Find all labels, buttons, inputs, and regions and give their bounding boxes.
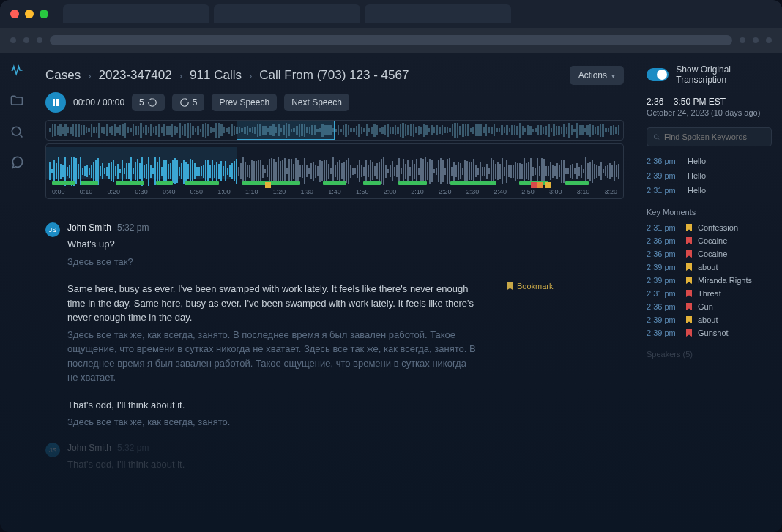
- bookmark-flag-icon[interactable]: [545, 182, 551, 188]
- key-moment[interactable]: 2:36 pmCocaine: [647, 234, 772, 247]
- folder-icon[interactable]: [10, 94, 24, 108]
- prev-speech-button[interactable]: Prev Speech: [212, 94, 277, 111]
- ext-icon[interactable]: [766, 37, 772, 43]
- key-moment[interactable]: 2:36 pmGun: [647, 300, 772, 313]
- time-tick: 3:00: [549, 188, 562, 195]
- kw-text: Hello: [688, 171, 706, 180]
- waveform-detail[interactable]: 0:000:100:200:300:400:501:001:101:201:30…: [45, 143, 624, 199]
- call-time-range: 2:36 – 3:50 PM EST: [647, 97, 772, 107]
- translated-text: What's up?: [67, 237, 133, 252]
- km-time: 2:36 pm: [647, 250, 680, 258]
- kw-text: Hello: [688, 157, 706, 165]
- next-speech-button[interactable]: Next Speech: [284, 94, 349, 111]
- browser-tab[interactable]: [214, 4, 360, 23]
- transcript-message: Same here, busy as ever. I've been swamp…: [45, 282, 624, 388]
- nav-back-icon[interactable]: [10, 37, 16, 43]
- time-tick: 1:20: [273, 188, 286, 195]
- url-bar[interactable]: [50, 35, 732, 45]
- time-tick: 2:50: [521, 188, 535, 195]
- ext-icon[interactable]: [740, 37, 745, 43]
- time-tick: 3:20: [604, 188, 617, 195]
- key-moment[interactable]: 2:31 pmConfession: [647, 221, 772, 234]
- maximize-window-icon[interactable]: [40, 10, 48, 18]
- time-tick: 2:20: [439, 188, 452, 195]
- nav-fwd-icon[interactable]: [23, 37, 29, 43]
- call-date: October 24, 2023 (10 days ago): [647, 108, 772, 117]
- speaker-name: John Smith: [67, 443, 111, 453]
- rewind-5-button[interactable]: 5: [132, 94, 165, 111]
- close-window-icon[interactable]: [10, 10, 19, 18]
- svg-rect-2: [56, 99, 59, 106]
- km-time: 2:36 pm: [647, 236, 680, 245]
- key-moment[interactable]: 2:31 pmThreat: [647, 287, 772, 300]
- transcript-message: That's odd, I'll think about it.Здесь вс…: [45, 398, 624, 432]
- bookmark-flag-icon[interactable]: [265, 182, 271, 188]
- keyword-hit[interactable]: 2:36 pmHello: [647, 154, 772, 168]
- flag-icon: [686, 329, 692, 337]
- km-label: Miranda Rights: [698, 276, 752, 285]
- svg-rect-1: [53, 99, 55, 106]
- show-original-toggle[interactable]: [647, 68, 669, 81]
- forward-5-button[interactable]: 5: [172, 94, 205, 111]
- right-panel: Show Original Transcription 2:36 – 3:50 …: [636, 53, 782, 532]
- waveform-overview[interactable]: [45, 120, 624, 141]
- speaker-name: John Smith: [67, 222, 111, 233]
- crumb-cases[interactable]: Cases: [45, 68, 81, 83]
- translated-text: That's odd, I'll think about it.: [67, 398, 230, 413]
- waveform-icon[interactable]: [10, 63, 24, 78]
- sidebar-nav: [0, 53, 34, 532]
- ext-icon[interactable]: [753, 37, 759, 43]
- browser-tab[interactable]: [365, 4, 511, 23]
- time-ticks: 0:000:100:200:300:400:501:001:101:201:30…: [46, 188, 623, 195]
- message-time: 5:32 pm: [117, 222, 149, 233]
- message-time: 5:32 pm: [117, 443, 149, 453]
- chat-icon[interactable]: [10, 155, 24, 170]
- overview-selection[interactable]: [237, 121, 335, 140]
- km-time: 2:36 pm: [647, 302, 680, 311]
- browser-tab[interactable]: [63, 4, 209, 23]
- key-moment[interactable]: 2:39 pmGunshot: [647, 326, 772, 340]
- window-titlebar: [0, 0, 782, 28]
- bookmark-tag[interactable]: Bookmark: [507, 282, 554, 291]
- time-tick: 0:50: [190, 188, 204, 195]
- time-tick: 2:40: [494, 188, 507, 195]
- bookmark-flag-icon[interactable]: [537, 182, 543, 188]
- time-tick: 1:00: [217, 188, 231, 195]
- search-icon[interactable]: [10, 124, 24, 139]
- kw-time: 2:36 pm: [647, 157, 680, 165]
- time-tick: 2:00: [384, 188, 397, 195]
- crumb-case-id[interactable]: 2023-347402: [99, 68, 172, 83]
- flag-icon: [686, 237, 692, 244]
- nav-reload-icon[interactable]: [37, 37, 42, 43]
- bookmark-flag-icon[interactable]: [531, 182, 537, 188]
- crumb-section[interactable]: 911 Calls: [190, 68, 242, 83]
- browser-toolbar: [0, 28, 782, 53]
- kw-time: 2:39 pm: [647, 171, 680, 180]
- time-tick: 0:30: [135, 188, 148, 195]
- key-moment[interactable]: 2:39 pmMiranda Rights: [647, 274, 772, 287]
- time-tick: 1:40: [328, 188, 341, 195]
- keyword-hit[interactable]: 2:39 pmHello: [647, 168, 772, 183]
- km-time: 2:39 pm: [647, 315, 680, 324]
- pause-button[interactable]: [45, 92, 66, 113]
- keyword-search-input[interactable]: [664, 132, 765, 141]
- chevron-right-icon: ›: [88, 70, 91, 81]
- key-moment[interactable]: 2:36 pmCocaine: [647, 247, 772, 261]
- km-time: 2:39 pm: [647, 276, 680, 285]
- original-text: Здесь все так?: [67, 255, 133, 269]
- svg-point-3: [655, 135, 658, 138]
- km-time: 2:39 pm: [647, 329, 680, 337]
- key-moment[interactable]: 2:39 pmabout: [647, 261, 772, 274]
- transcript: JSJohn Smith5:32 pmWhat's up?Здесь все т…: [34, 212, 636, 495]
- keyword-hit[interactable]: 2:31 pmHello: [647, 183, 772, 198]
- time-tick: 0:00: [52, 188, 65, 195]
- actions-menu-button[interactable]: Actions: [570, 66, 624, 85]
- minimize-window-icon[interactable]: [25, 10, 34, 18]
- km-time: 2:39 pm: [647, 263, 680, 271]
- flag-icon: [686, 290, 692, 297]
- flag-icon: [686, 250, 692, 258]
- key-moment[interactable]: 2:39 pmabout: [647, 313, 772, 326]
- toggle-label: Show Original Transcription: [676, 64, 772, 85]
- original-text: Здесь все так же, как всегда, занято.: [67, 415, 230, 430]
- keyword-search[interactable]: [647, 127, 772, 146]
